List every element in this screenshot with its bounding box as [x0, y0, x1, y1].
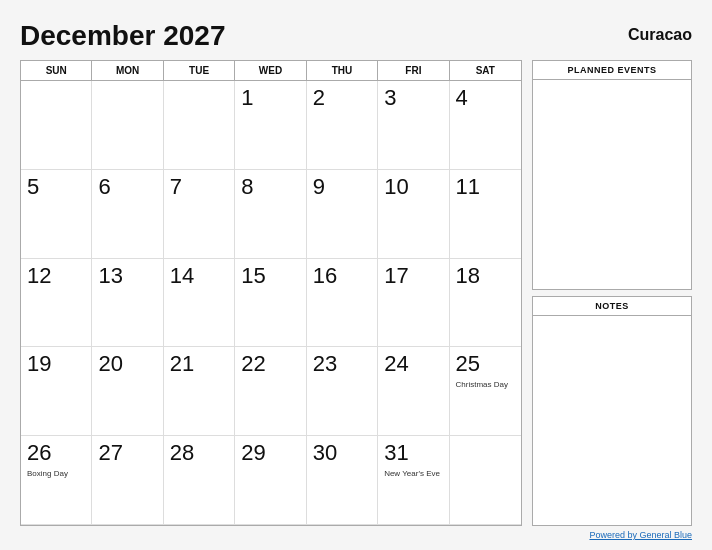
- day-cell: 13: [92, 259, 163, 348]
- day-number: 19: [27, 351, 51, 377]
- day-number: 22: [241, 351, 265, 377]
- day-cell: 12: [21, 259, 92, 348]
- day-cell: 15: [235, 259, 306, 348]
- day-number: 10: [384, 174, 408, 200]
- day-cell: 23: [307, 347, 378, 436]
- calendar-grid-section: SUNMONTUEWEDTHUFRISAT 123456789101112131…: [20, 60, 522, 526]
- notes-box: NOTES: [532, 296, 692, 526]
- day-number: 17: [384, 263, 408, 289]
- header: December 2027 Curacao: [20, 20, 692, 52]
- day-number: 4: [456, 85, 468, 111]
- day-cell: 10: [378, 170, 449, 259]
- calendar-grid: 1234567891011121314151617181920212223242…: [21, 81, 521, 525]
- day-cell: 7: [164, 170, 235, 259]
- day-cell: 25Christmas Day: [450, 347, 521, 436]
- day-cell: 18: [450, 259, 521, 348]
- day-number: 11: [456, 174, 480, 200]
- day-number: 27: [98, 440, 122, 466]
- planned-events-box: PLANNED EVENTS: [532, 60, 692, 290]
- day-number: 18: [456, 263, 480, 289]
- planned-events-title: PLANNED EVENTS: [533, 61, 691, 80]
- day-number: 13: [98, 263, 122, 289]
- day-cell: 16: [307, 259, 378, 348]
- day-headers-row: SUNMONTUEWEDTHUFRISAT: [21, 61, 521, 81]
- page-title: December 2027: [20, 20, 225, 52]
- footer: Powered by General Blue: [20, 530, 692, 540]
- calendar-page: December 2027 Curacao SUNMONTUEWEDTHUFRI…: [0, 0, 712, 550]
- event-label: New Year's Eve: [384, 469, 440, 479]
- day-cell: 1: [235, 81, 306, 170]
- day-number: 21: [170, 351, 194, 377]
- day-header-mon: MON: [92, 61, 163, 80]
- day-cell: 5: [21, 170, 92, 259]
- notes-title: NOTES: [533, 297, 691, 316]
- day-number: 5: [27, 174, 39, 200]
- day-cell: 30: [307, 436, 378, 525]
- day-cell: 29: [235, 436, 306, 525]
- day-number: 15: [241, 263, 265, 289]
- day-number: 2: [313, 85, 325, 111]
- day-number: 30: [313, 440, 337, 466]
- day-number: 20: [98, 351, 122, 377]
- day-cell: 11: [450, 170, 521, 259]
- day-header-tue: TUE: [164, 61, 235, 80]
- day-cell: 3: [378, 81, 449, 170]
- powered-by-link[interactable]: Powered by General Blue: [589, 530, 692, 540]
- day-cell: 8: [235, 170, 306, 259]
- day-number: 29: [241, 440, 265, 466]
- day-number: 16: [313, 263, 337, 289]
- day-cell: 6: [92, 170, 163, 259]
- day-number: 23: [313, 351, 337, 377]
- day-cell: 21: [164, 347, 235, 436]
- notes-content: [533, 316, 691, 525]
- event-label: Christmas Day: [456, 380, 508, 390]
- sidebar: PLANNED EVENTS NOTES: [532, 60, 692, 526]
- day-number: 14: [170, 263, 194, 289]
- day-number: 9: [313, 174, 325, 200]
- event-label: Boxing Day: [27, 469, 68, 479]
- day-number: 1: [241, 85, 253, 111]
- day-cell: 24: [378, 347, 449, 436]
- day-cell: 31New Year's Eve: [378, 436, 449, 525]
- day-cell: 27: [92, 436, 163, 525]
- day-cell: [92, 81, 163, 170]
- day-cell: 26Boxing Day: [21, 436, 92, 525]
- day-header-thu: THU: [307, 61, 378, 80]
- day-header-sun: SUN: [21, 61, 92, 80]
- planned-events-content: [533, 80, 691, 289]
- day-header-wed: WED: [235, 61, 306, 80]
- main-content: SUNMONTUEWEDTHUFRISAT 123456789101112131…: [20, 60, 692, 526]
- day-number: 12: [27, 263, 51, 289]
- day-number: 7: [170, 174, 182, 200]
- day-cell: 22: [235, 347, 306, 436]
- day-number: 28: [170, 440, 194, 466]
- day-header-fri: FRI: [378, 61, 449, 80]
- day-cell: 14: [164, 259, 235, 348]
- day-cell: 9: [307, 170, 378, 259]
- day-number: 8: [241, 174, 253, 200]
- day-number: 25: [456, 351, 480, 377]
- day-cell: [164, 81, 235, 170]
- day-cell: 4: [450, 81, 521, 170]
- day-number: 3: [384, 85, 396, 111]
- day-number: 31: [384, 440, 408, 466]
- day-number: 6: [98, 174, 110, 200]
- day-number: 26: [27, 440, 51, 466]
- location-label: Curacao: [628, 26, 692, 44]
- day-number: 24: [384, 351, 408, 377]
- day-cell: 28: [164, 436, 235, 525]
- day-cell: 20: [92, 347, 163, 436]
- day-cell: [450, 436, 521, 525]
- day-cell: [21, 81, 92, 170]
- day-cell: 17: [378, 259, 449, 348]
- day-cell: 2: [307, 81, 378, 170]
- day-cell: 19: [21, 347, 92, 436]
- day-header-sat: SAT: [450, 61, 521, 80]
